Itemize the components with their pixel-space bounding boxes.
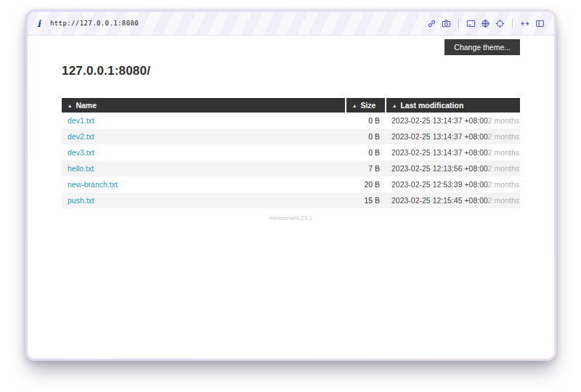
desktop: i http://127.0.0.1:8080 bbox=[0, 0, 581, 392]
browser-chrome: i http://127.0.0.1:8080 bbox=[28, 12, 554, 36]
file-table-body: dev1.txt 0 B 2023-02-25 13:14:37 +08:00 … bbox=[62, 113, 520, 208]
file-relative-time: 2 months ago bbox=[488, 164, 520, 173]
table-header-row: ▲Name ▲Size ▲Last modification bbox=[62, 98, 520, 113]
file-modified: 2023-02-25 12:53:39 +08:00 bbox=[391, 180, 488, 189]
sort-asc-icon: ▲ bbox=[68, 103, 72, 108]
page-title: 127.0.0.1:8080/ bbox=[62, 64, 520, 78]
file-size: 20 B bbox=[346, 176, 386, 192]
file-relative-time: 2 months ago bbox=[488, 148, 520, 157]
table-row: new-branch.txt 20 B 2023-02-25 12:53:39 … bbox=[62, 176, 520, 192]
file-link[interactable]: new-branch.txt bbox=[68, 180, 118, 189]
toolbar bbox=[427, 19, 545, 28]
file-relative-time: 2 months ago bbox=[488, 196, 520, 205]
file-modified: 2023-02-25 13:14:37 +08:00 bbox=[391, 116, 488, 125]
address-bar[interactable]: http://127.0.0.1:8080 bbox=[50, 20, 139, 27]
info-icon: i bbox=[37, 19, 41, 28]
resize-arrows-icon[interactable] bbox=[520, 19, 530, 28]
server-version: miniserve/0.23.1 bbox=[62, 215, 520, 221]
table-row: push.txt 15 B 2023-02-25 12:15:45 +08:00… bbox=[62, 192, 520, 208]
crosshair-icon[interactable] bbox=[495, 19, 505, 28]
file-relative-time: 2 months ago bbox=[488, 132, 520, 141]
file-modified: 2023-02-25 12:13:56 +08:00 bbox=[391, 164, 488, 173]
file-modified: 2023-02-25 13:14:37 +08:00 bbox=[391, 132, 488, 141]
file-link[interactable]: push.txt bbox=[68, 196, 94, 205]
link-icon[interactable] bbox=[427, 19, 436, 28]
column-header-name[interactable]: ▲Name bbox=[62, 98, 346, 113]
change-theme-button[interactable]: Change theme... bbox=[444, 39, 520, 55]
terminal-icon[interactable] bbox=[466, 19, 476, 28]
globe-icon[interactable] bbox=[481, 19, 490, 28]
sidebar-icon[interactable] bbox=[535, 19, 545, 28]
file-link[interactable]: dev2.txt bbox=[68, 132, 94, 141]
toolbar-separator bbox=[458, 19, 459, 28]
file-size: 0 B bbox=[346, 128, 386, 144]
camera-icon[interactable] bbox=[442, 19, 451, 28]
table-row: dev1.txt 0 B 2023-02-25 13:14:37 +08:00 … bbox=[62, 113, 520, 128]
file-size: 0 B bbox=[346, 113, 386, 128]
file-table: ▲Name ▲Size ▲Last modification dev1.txt … bbox=[62, 98, 520, 208]
column-header-modified[interactable]: ▲Last modification bbox=[386, 98, 520, 113]
table-row: dev3.txt 0 B 2023-02-25 13:14:37 +08:00 … bbox=[62, 144, 520, 160]
file-modified: 2023-02-25 12:15:45 +08:00 bbox=[391, 196, 488, 205]
file-size: 15 B bbox=[346, 192, 386, 208]
sort-asc-icon: ▲ bbox=[392, 103, 397, 108]
file-modified: 2023-02-25 13:14:37 +08:00 bbox=[391, 148, 488, 157]
sort-asc-icon: ▲ bbox=[352, 103, 357, 108]
file-relative-time: 2 months ago bbox=[488, 180, 520, 189]
toolbar-separator bbox=[512, 19, 513, 28]
browser-window: i http://127.0.0.1:8080 bbox=[25, 9, 556, 361]
column-header-size[interactable]: ▲Size bbox=[346, 98, 386, 113]
table-row: dev2.txt 0 B 2023-02-25 13:14:37 +08:00 … bbox=[62, 128, 520, 144]
file-link[interactable]: dev3.txt bbox=[68, 148, 94, 157]
file-relative-time: 2 months ago bbox=[488, 116, 520, 125]
file-size: 0 B bbox=[346, 144, 386, 160]
file-size: 7 B bbox=[346, 160, 386, 176]
file-link[interactable]: hello.txt bbox=[68, 164, 94, 173]
file-link[interactable]: dev1.txt bbox=[68, 116, 94, 125]
table-row: hello.txt 7 B 2023-02-25 12:13:56 +08:00… bbox=[62, 160, 520, 176]
page-content: Change theme... 127.0.0.1:8080/ ▲Name ▲S… bbox=[28, 36, 554, 359]
